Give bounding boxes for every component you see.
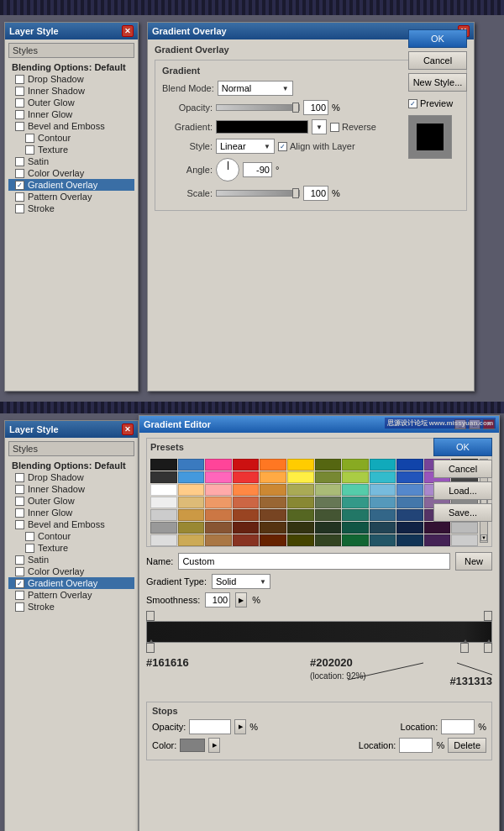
opacity-slider-track[interactable] [216,104,300,111]
gradient-overlay-checkbox-top[interactable]: ✓ [15,181,24,190]
color-overlay-bottom[interactable]: Color Overlay [8,565,134,577]
preset-swatch-54[interactable] [315,509,342,521]
preset-swatch-26[interactable] [205,484,232,496]
preset-swatch-80[interactable] [370,534,396,546]
preset-swatch-31[interactable] [342,484,369,496]
stroke-checkbox-bottom[interactable] [15,602,24,612]
close-icon-bottom[interactable]: ✕ [122,423,134,435]
preset-swatch-43[interactable] [342,497,369,508]
style-dropdown[interactable]: Linear ▼ [216,139,275,154]
opacity-slider-thumb[interactable] [292,103,299,113]
texture-checkbox-bottom[interactable] [25,544,34,553]
ge-load-button[interactable]: Load... [433,481,492,500]
preset-swatch-39[interactable] [233,497,260,508]
color-stop-right[interactable] [484,643,492,653]
angle-input[interactable] [243,162,272,177]
scale-input[interactable] [303,186,328,201]
stroke-bottom[interactable]: Stroke [8,601,134,613]
contour-top[interactable]: Contour [8,132,134,144]
drop-shadow-checkbox-top[interactable] [15,75,24,84]
preset-swatch-4[interactable] [260,459,286,471]
preset-swatch-1[interactable] [178,459,205,471]
preset-swatch-79[interactable] [342,534,369,546]
blend-mode-dropdown[interactable]: Normal ▼ [218,81,293,96]
outer-glow-top[interactable]: Outer Glow [8,97,134,108]
preset-swatch-16[interactable] [260,471,286,483]
opacity-location-input[interactable] [441,719,475,734]
satin-checkbox-bottom[interactable] [15,555,24,565]
preset-swatch-12[interactable] [150,471,177,483]
color-overlay-checkbox-bottom[interactable] [15,567,24,576]
preset-swatch-33[interactable] [396,484,423,496]
preset-swatch-32[interactable] [370,484,396,496]
preset-swatch-56[interactable] [370,509,396,521]
bevel-emboss-checkbox-top[interactable] [15,122,24,131]
gradient-overlay-top[interactable]: ✓ Gradient Overlay [8,179,134,191]
angle-dial[interactable] [216,158,239,181]
drop-shadow-bottom[interactable]: Drop Shadow [8,471,134,483]
preset-swatch-15[interactable] [233,471,260,483]
ge-ok-button[interactable]: OK [433,438,492,456]
color-arrow-btn[interactable]: ▶ [208,738,220,753]
color-stop-mid[interactable] [460,643,469,653]
preset-swatch-71[interactable] [451,522,478,534]
ok-button-top[interactable]: OK [408,29,467,48]
preset-swatch-42[interactable] [315,497,342,508]
outer-glow-bottom[interactable]: Outer Glow [8,495,134,507]
preset-swatch-44[interactable] [370,497,396,508]
preset-swatch-25[interactable] [178,484,205,496]
outer-glow-checkbox-top[interactable] [15,98,24,108]
inner-shadow-checkbox-top[interactable] [15,87,24,96]
preset-swatch-29[interactable] [287,484,314,496]
preset-swatch-27[interactable] [233,484,260,496]
pattern-overlay-top[interactable]: Pattern Overlay [8,191,134,202]
preset-swatch-14[interactable] [205,471,232,483]
preset-swatch-49[interactable] [178,509,205,521]
scale-slider-track[interactable] [216,190,300,197]
satin-checkbox-top[interactable] [15,157,24,166]
new-gradient-button[interactable]: New [455,552,492,571]
satin-top[interactable]: Satin [8,155,134,167]
gradient-dropdown-arrow[interactable]: ▼ [312,119,327,134]
preset-swatch-17[interactable] [287,471,314,483]
preset-swatch-48[interactable] [150,509,177,521]
satin-bottom[interactable]: Satin [8,554,134,565]
preset-swatch-30[interactable] [315,484,342,496]
preset-swatch-57[interactable] [396,509,423,521]
opacity-arrow-btn[interactable]: ▶ [234,719,246,734]
preset-swatch-77[interactable] [287,534,314,546]
preset-swatch-5[interactable] [287,459,314,471]
gradient-overlay-checkbox-bottom[interactable]: ✓ [15,579,24,588]
opacity-stops-input[interactable] [189,719,231,734]
preset-swatch-38[interactable] [205,497,232,508]
preset-swatch-68[interactable] [370,522,396,534]
preset-swatch-60[interactable] [150,522,177,534]
preset-swatch-8[interactable] [370,459,396,471]
inner-shadow-bottom[interactable]: Inner Shadow [8,483,134,495]
preset-swatch-21[interactable] [396,471,423,483]
smoothness-step-btn[interactable]: ▶ [235,592,247,607]
preset-swatch-81[interactable] [396,534,423,546]
preset-swatch-24[interactable] [150,484,177,496]
preset-swatch-41[interactable] [287,497,314,508]
preset-swatch-7[interactable] [342,459,369,471]
preset-swatch-74[interactable] [205,534,232,546]
drop-shadow-checkbox-bottom[interactable] [15,473,24,482]
color-overlay-top[interactable]: Color Overlay [8,167,134,179]
pattern-overlay-bottom[interactable]: Pattern Overlay [8,589,134,601]
contour-bottom[interactable]: Contour [8,530,134,542]
preset-swatch-61[interactable] [178,522,205,534]
preset-swatch-36[interactable] [150,497,177,508]
scale-slider-thumb[interactable] [292,188,299,198]
inner-shadow-checkbox-bottom[interactable] [15,485,24,494]
gradient-bar[interactable] [146,621,492,643]
delete-stop-button[interactable]: Delete [448,738,486,753]
opacity-stop-left[interactable] [146,611,155,621]
preset-swatch-70[interactable] [424,522,451,534]
opacity-stop-right[interactable] [484,611,492,621]
inner-glow-checkbox-top[interactable] [15,110,24,119]
ge-cancel-button[interactable]: Cancel [433,460,492,478]
preset-swatch-3[interactable] [233,459,260,471]
inner-glow-bottom[interactable]: Inner Glow [8,507,134,518]
preset-swatch-55[interactable] [342,509,369,521]
